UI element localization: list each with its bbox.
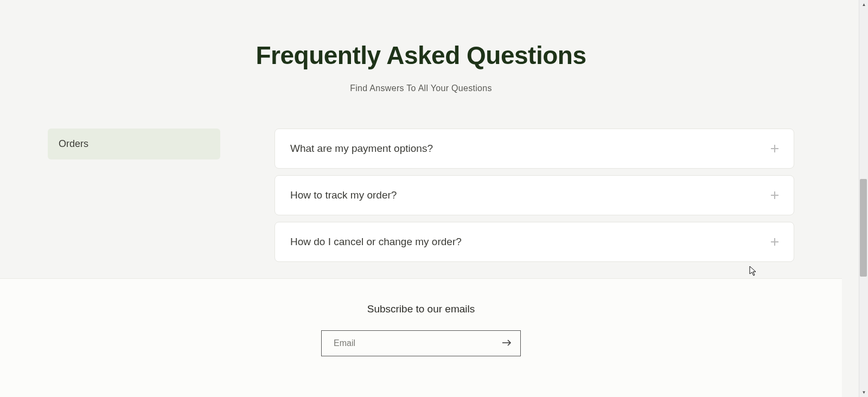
scrollbar[interactable]: ▲ ▼ — [859, 0, 868, 397]
faq-question-text: How to track my order? — [290, 189, 397, 201]
faq-question[interactable]: How do I cancel or change my order? — [275, 222, 794, 262]
arrow-right-icon — [502, 339, 512, 348]
faq-question-text: What are my payment options? — [290, 143, 433, 155]
faq-question[interactable]: How to track my order? — [275, 175, 794, 215]
email-subscribe-form — [321, 330, 521, 356]
faq-content: Orders What are my payment options? How … — [48, 129, 794, 278]
plus-icon — [771, 191, 778, 199]
hero-section: Frequently Asked Questions Find Answers … — [0, 0, 842, 93]
scrollbar-arrow-down-icon[interactable]: ▼ — [859, 388, 868, 397]
email-submit-button[interactable] — [493, 331, 520, 356]
footer-subscribe: Subscribe to our emails — [0, 279, 842, 397]
faq-sidebar: Orders — [48, 129, 220, 262]
sidebar-item-label: Orders — [59, 138, 88, 149]
plus-icon — [771, 145, 778, 152]
scrollbar-arrow-up-icon[interactable]: ▲ — [859, 0, 868, 9]
faq-question-text: How do I cancel or change my order? — [290, 236, 462, 248]
plus-icon — [771, 238, 778, 246]
page-title: Frequently Asked Questions — [0, 41, 842, 70]
faq-questions-list: What are my payment options? How to trac… — [275, 129, 794, 262]
subscribe-title: Subscribe to our emails — [0, 303, 842, 315]
faq-question[interactable]: What are my payment options? — [275, 129, 794, 169]
page-subtitle: Find Answers To All Your Questions — [0, 84, 842, 93]
scrollbar-thumb[interactable] — [860, 179, 867, 277]
sidebar-item-orders[interactable]: Orders — [48, 129, 220, 159]
email-input[interactable] — [322, 331, 493, 356]
